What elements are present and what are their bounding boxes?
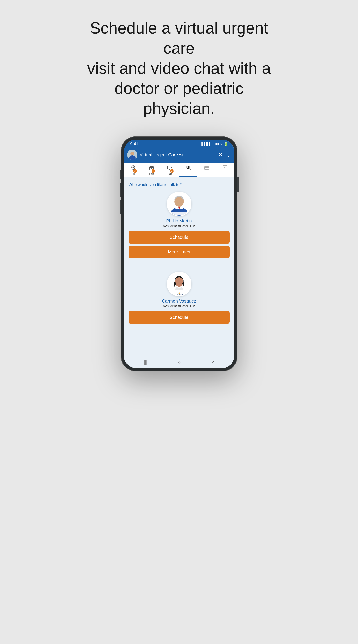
section-title: Who would you like to talk to? <box>128 182 230 187</box>
schedule-button-2[interactable]: Schedule <box>128 311 230 324</box>
svg-rect-10 <box>223 166 227 170</box>
recent-apps-button[interactable]: ||| <box>144 360 147 365</box>
payment-icon <box>204 165 209 172</box>
status-bar: 9:41 ▌▌▌▌ 100% 🔋 <box>124 140 234 148</box>
doctor-availability-1: Available at 3:30 PM <box>162 224 195 228</box>
doctor-avatar-2: 👑 COLUMBIA <box>167 272 192 296</box>
status-time: 9:41 <box>130 142 138 146</box>
close-icon[interactable]: ✕ <box>219 152 223 158</box>
tab-device[interactable]: Edit <box>161 163 179 177</box>
svg-point-3 <box>132 167 134 168</box>
svg-text:⚕ Weill Cornell Medicine: ⚕ Weill Cornell Medicine <box>172 213 186 215</box>
divider <box>133 265 225 265</box>
phone-screen: 9:41 ▌▌▌▌ 100% 🔋 Virtual Urgent Care wit… <box>124 140 234 368</box>
headline: Schedule a virtual urgent care visit and… <box>78 18 280 118</box>
battery-text: 100% <box>213 142 222 146</box>
phone-mockup: 9:41 ▌▌▌▌ 100% 🔋 Virtual Urgent Care wit… <box>121 136 237 371</box>
tab-checklist[interactable] <box>216 163 234 177</box>
header-actions[interactable]: ✕ ⋮ <box>219 152 231 158</box>
people-icon <box>185 165 191 172</box>
doctor-card-2: 👑 COLUMBIA Carmen Vasquez Available at 3… <box>128 272 230 338</box>
insurance-icon <box>149 165 154 172</box>
doctor-name-1: Phillip Martin <box>166 218 192 224</box>
svg-point-7 <box>187 166 188 168</box>
battery-icon: 🔋 <box>224 142 228 146</box>
svg-point-20 <box>175 277 183 287</box>
tab-insurance-label: Edit <box>149 172 154 176</box>
svg-point-8 <box>188 166 190 168</box>
device-icon <box>167 165 173 172</box>
location-icon <box>130 165 136 172</box>
tab-bar: Edit Edit <box>124 163 234 177</box>
header-avatar <box>127 150 137 160</box>
doctor-name-2: Carmen Vasquez <box>162 298 196 304</box>
doctor-avatar-1: ⚕ Weill Cornell Medicine <box>167 192 192 216</box>
doctor-card-1: ⚕ Weill Cornell Medicine Phillip Martin … <box>128 192 230 258</box>
signal-icon: ▌▌▌▌ <box>201 142 211 146</box>
schedule-button-1[interactable]: Schedule <box>128 231 230 244</box>
tab-payment[interactable] <box>198 163 216 177</box>
svg-point-1 <box>130 152 134 156</box>
more-times-button-1[interactable]: More times <box>128 246 230 258</box>
status-icons: ▌▌▌▌ 100% 🔋 <box>201 142 228 146</box>
tab-insurance[interactable]: Edit <box>142 163 161 177</box>
tab-location[interactable]: Edit <box>124 163 142 177</box>
checklist-icon <box>222 165 228 172</box>
doctor-availability-2: Available at 3:30 PM <box>162 304 195 308</box>
content-area: Who would you like to talk to? <box>124 177 234 357</box>
header-title: Virtual Urgent Care wit… <box>140 152 216 158</box>
tab-people[interactable] <box>179 163 198 177</box>
bottom-nav: ||| ○ < <box>124 357 234 368</box>
tab-device-label: Edit <box>167 172 172 176</box>
home-button[interactable]: ○ <box>178 360 181 365</box>
svg-rect-9 <box>205 166 209 170</box>
tab-location-label: Edit <box>131 172 135 176</box>
svg-text:COLUMBIA: COLUMBIA <box>175 294 183 295</box>
app-header: Virtual Urgent Care wit… ✕ ⋮ <box>124 148 234 163</box>
more-icon[interactable]: ⋮ <box>226 152 231 158</box>
back-button[interactable]: < <box>212 360 214 365</box>
